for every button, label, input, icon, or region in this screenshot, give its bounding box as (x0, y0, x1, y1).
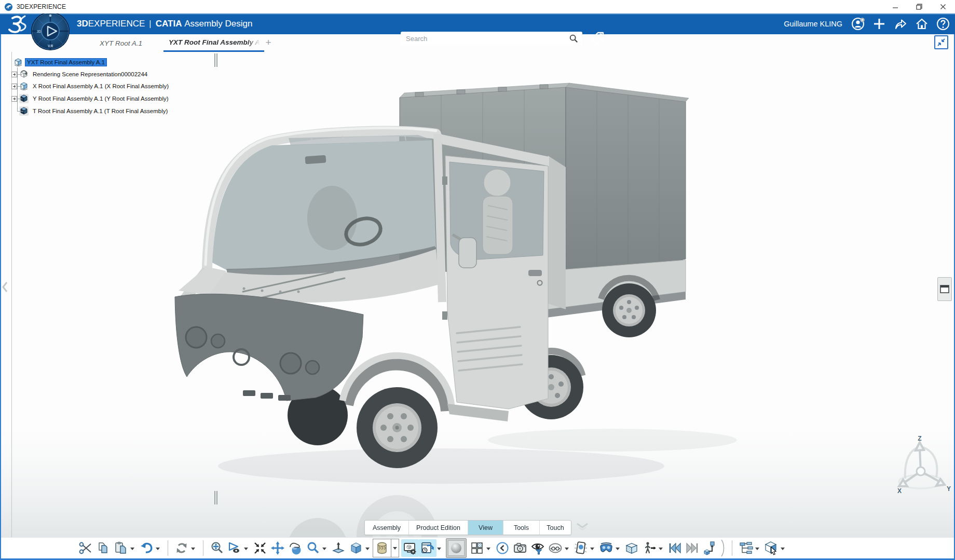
add-button[interactable] (872, 17, 886, 31)
rotate-button[interactable] (286, 539, 304, 557)
search-icon[interactable] (569, 34, 578, 43)
compass-widget[interactable]: 3D V.R (31, 11, 70, 51)
collapse-group-button[interactable] (494, 539, 511, 557)
tree-reorder-dropdown[interactable] (755, 548, 759, 550)
expand-icon[interactable] (11, 72, 17, 77)
go-to-end-button[interactable] (684, 539, 701, 557)
tag-button[interactable] (590, 31, 605, 46)
iso-view-button[interactable] (347, 539, 365, 557)
chevron-down-icon (575, 521, 590, 532)
update-dropdown[interactable] (191, 548, 195, 550)
render-style-button[interactable] (373, 539, 391, 557)
new-tab-button[interactable]: + (262, 36, 275, 49)
cut-button[interactable] (77, 539, 94, 557)
realtime-rendering-button[interactable] (419, 539, 436, 557)
paste-dropdown[interactable] (130, 548, 134, 550)
look-at-icon (227, 541, 242, 555)
paste-button[interactable] (112, 539, 130, 557)
look-at-button[interactable] (226, 539, 243, 557)
glasses-dropdown[interactable] (565, 548, 569, 550)
restore-button[interactable] (907, 0, 931, 13)
tab-touch[interactable]: Touch (540, 521, 571, 535)
ar-mirror-button[interactable] (572, 539, 590, 557)
zoom-button[interactable] (304, 539, 322, 557)
tree-row-x-root[interactable]: X Root Final Assembly A.1 (X Root Final … (11, 81, 170, 91)
help-button[interactable] (936, 17, 950, 31)
splitter-grip-top[interactable] (214, 53, 218, 67)
walk-dropdown[interactable] (659, 548, 663, 550)
undo-button[interactable] (138, 539, 155, 557)
reframe-button[interactable] (251, 539, 269, 557)
undo-dropdown[interactable] (156, 548, 160, 550)
pointer-select-dropdown[interactable] (781, 548, 785, 550)
iso-view-dropdown[interactable] (365, 548, 370, 550)
user-zone: Guillaume KLING (784, 13, 950, 34)
zoom-dropdown[interactable] (322, 548, 326, 550)
capture-button[interactable] (511, 539, 529, 557)
pointer-select-button[interactable] (762, 539, 780, 557)
save-viewpoint-button[interactable] (701, 539, 719, 557)
tree-row-t-root[interactable]: T Root Final Assembly A.1 (T Root Final … (11, 106, 169, 116)
tree-row-rendering[interactable]: Rendering Scene Representation00002244 (11, 69, 149, 79)
tab-assembly[interactable]: Assembly (365, 521, 409, 535)
expand-icon[interactable] (11, 84, 17, 89)
material-button[interactable] (446, 538, 467, 558)
tab-tools[interactable]: Tools (503, 521, 540, 535)
splitter-grip-bottom[interactable] (214, 491, 218, 504)
minimize-button[interactable] (883, 0, 907, 13)
expand-icon[interactable] (11, 96, 17, 102)
brand-divider: | (149, 19, 151, 29)
tree-panel-edge (11, 52, 12, 537)
axis-triad[interactable]: Z X Y (896, 436, 953, 503)
home-button[interactable] (915, 17, 929, 31)
render-style-dropdown[interactable] (391, 539, 399, 557)
tree-row-y-root[interactable]: Y Root Final Assembly A.1 (Y Root Final … (11, 93, 170, 104)
go-to-start-button[interactable] (666, 539, 684, 557)
search-box[interactable] (401, 32, 582, 45)
tab-product-edition[interactable]: Product Edition (409, 521, 468, 535)
action-bar-expand-button[interactable] (575, 521, 590, 535)
user-avatar-icon (851, 17, 865, 31)
close-button[interactable] (931, 0, 955, 13)
update-button[interactable] (173, 539, 190, 557)
collapse-viewport-button[interactable] (934, 35, 948, 49)
copy-button[interactable] (94, 539, 112, 557)
tree-stub (17, 99, 22, 99)
visibility-filter-button[interactable] (529, 539, 547, 557)
3ds-logo[interactable] (5, 15, 29, 33)
left-panel-handle[interactable] (1, 280, 8, 296)
multi-view-dropdown[interactable] (486, 548, 490, 550)
vr-headset-dropdown[interactable] (616, 548, 620, 550)
ar-mirror-dropdown[interactable] (590, 548, 594, 550)
camera-icon (513, 541, 527, 555)
multi-view-icon (470, 541, 484, 555)
section-button[interactable] (623, 539, 640, 557)
multi-view-button[interactable] (468, 539, 486, 557)
paste-icon (114, 541, 128, 555)
screen-settings-button[interactable] (401, 539, 419, 557)
search-input[interactable] (401, 35, 569, 43)
action-bar: Assembly Product Edition View Tools Touc… (364, 520, 571, 535)
tree-reorder-button[interactable] (737, 539, 755, 557)
fit-all-button[interactable] (208, 539, 226, 557)
window-border-left (0, 34, 1, 560)
look-at-dropdown[interactable] (244, 548, 248, 550)
brand-appname: Assembly Design (184, 19, 252, 29)
tab-view[interactable]: View (468, 521, 503, 535)
iso-view-icon (349, 541, 363, 555)
glasses-button[interactable] (547, 539, 564, 557)
tab-xyt-root[interactable]: XYT Root A.1 (92, 34, 149, 52)
pan-button[interactable] (269, 539, 286, 557)
title-bar: 3DEXPERIENCE (0, 0, 955, 13)
vr-headset-icon (599, 541, 613, 555)
realtime-rendering-dropdown[interactable] (437, 548, 441, 550)
profile-button[interactable] (851, 17, 865, 31)
right-panel-tab[interactable] (937, 277, 952, 301)
vr-headset-button[interactable] (597, 539, 615, 557)
tree-row-root[interactable]: YXT Root Final Assembly A.1 (13, 57, 106, 67)
normal-view-button[interactable] (330, 539, 347, 557)
app-icon (4, 3, 13, 11)
tab-yxt-root-final-assembly[interactable]: YXT Root Final Assembly A (163, 34, 264, 52)
share-button[interactable] (894, 17, 907, 31)
walk-button[interactable] (640, 539, 658, 557)
